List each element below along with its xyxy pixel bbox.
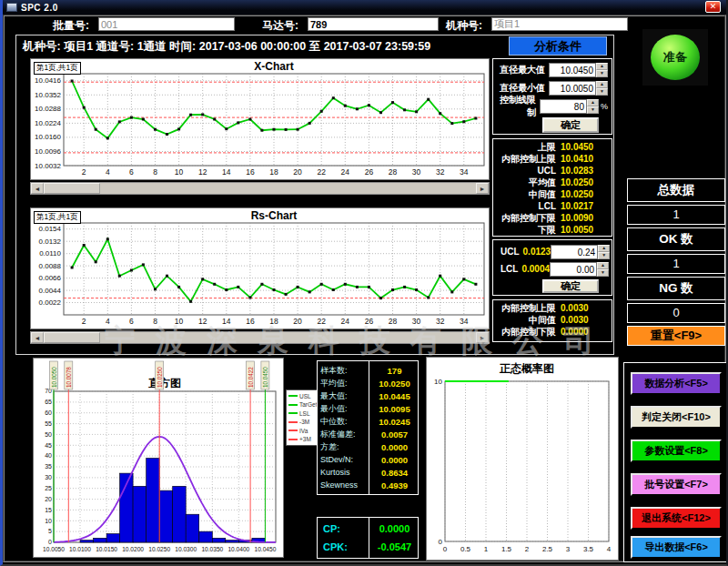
model-input[interactable] xyxy=(491,17,628,31)
xchart-limits-panel: 上限 10.0450 内部控制上限 10.0410 UCL 10.0283 平均… xyxy=(492,138,612,237)
svg-text:10.0416: 10.0416 xyxy=(35,76,61,85)
svg-text:16: 16 xyxy=(246,167,255,177)
app-icon xyxy=(6,3,17,12)
scroll-left-icon[interactable]: ◄ xyxy=(31,183,44,194)
spin-down-icon[interactable]: ▼ xyxy=(596,88,608,96)
diameter-confirm-button[interactable]: 确定 xyxy=(542,117,599,133)
svg-text:10.0400: 10.0400 xyxy=(228,546,249,552)
rs-lcl-label: LCL xyxy=(500,264,518,274)
limit-row: LCL 10.0217 xyxy=(497,200,608,212)
svg-text:0.0088: 0.0088 xyxy=(39,262,62,270)
dia-max-spinner[interactable]: 10.0450 ▲▼ xyxy=(549,63,608,77)
ng-count-value: 0 xyxy=(627,303,725,323)
svg-text:60: 60 xyxy=(45,409,52,416)
ctrl-limit-spinner[interactable]: 80 ▲▼ xyxy=(540,99,599,114)
batch-input[interactable] xyxy=(98,17,235,31)
exit-system-button[interactable]: 退出系统<F12> xyxy=(631,507,722,530)
svg-text:10.0450: 10.0450 xyxy=(262,367,268,388)
svg-text:14: 14 xyxy=(222,167,231,177)
rs-lcl-spinner[interactable]: 0.00 ▲▼ xyxy=(550,262,609,277)
param-settings-button[interactable]: 参数设置<F8> xyxy=(631,440,722,462)
ready-lamp-pad: 准备 xyxy=(642,29,708,86)
svg-text:4: 4 xyxy=(106,167,110,177)
spin-up-icon[interactable]: ▲ xyxy=(597,262,609,269)
diameter-params-panel: 直径最大值 10.0450 ▲▼ 直径最小值 10.0050 ▲▼ 控制线限制 … xyxy=(492,58,612,135)
rs-internal-row: 内部控制上限 0.0030 xyxy=(497,302,608,314)
scroll-right-icon[interactable]: ► xyxy=(476,183,489,194)
svg-text:10: 10 xyxy=(45,518,52,524)
svg-text:65: 65 xyxy=(45,399,52,405)
svg-text:0.0066: 0.0066 xyxy=(39,274,62,282)
spin-down-icon[interactable]: ▼ xyxy=(597,269,609,277)
svg-text:20: 20 xyxy=(293,167,302,177)
svg-text:16: 16 xyxy=(246,317,255,326)
ready-button[interactable]: 准备 xyxy=(651,35,700,80)
scrollbar-thumb[interactable] xyxy=(44,332,100,343)
rs-ucl-label: UCL xyxy=(500,247,520,257)
svg-text:22: 22 xyxy=(317,167,326,177)
rs-internal-row: 中间值 0.0030 xyxy=(497,314,608,326)
judge-close-button[interactable]: 判定关闭<F10> xyxy=(631,406,722,429)
svg-text:50: 50 xyxy=(45,431,52,438)
rs-confirm-button[interactable]: 确定 xyxy=(542,279,599,293)
dia-min-value[interactable]: 10.0050 xyxy=(549,81,596,96)
svg-text:1: 1 xyxy=(484,545,489,553)
svg-text:2: 2 xyxy=(82,167,86,177)
stat-row: 标准偏差: 0.0057 xyxy=(318,428,418,440)
svg-text:0: 0 xyxy=(439,538,443,546)
limit-row: 内部控制上限 10.0410 xyxy=(497,153,608,165)
svg-text:28: 28 xyxy=(389,317,398,326)
xchart-page: 第1页,共1页 24681012141618202224262830323410… xyxy=(30,58,490,180)
svg-text:X-Chart: X-Chart xyxy=(254,60,293,73)
svg-text:2.5: 2.5 xyxy=(542,545,553,553)
spin-down-icon[interactable]: ▼ xyxy=(587,106,599,114)
spin-up-icon[interactable]: ▲ xyxy=(596,63,608,70)
rschart-plot: 2468101214161820222426283032340.00220.00… xyxy=(31,208,489,329)
close-button[interactable]: ✕ xyxy=(705,1,721,13)
spin-down-icon[interactable]: ▼ xyxy=(596,70,608,77)
svg-text:10.0224: 10.0224 xyxy=(35,119,61,127)
ctrl-limit-label: 控制线限制 xyxy=(497,94,536,119)
data-analysis-button[interactable]: 数据分析<F5> xyxy=(631,372,722,395)
dia-max-value[interactable]: 10.0450 xyxy=(549,63,596,77)
ng-count-label: NG 数 xyxy=(627,277,725,300)
svg-text:正态概率图: 正态概率图 xyxy=(499,362,554,375)
dia-min-spinner[interactable]: 10.0050 ▲▼ xyxy=(549,81,608,96)
xchart-hscrollbar[interactable]: ◄ ► xyxy=(30,182,490,195)
spin-up-icon[interactable]: ▲ xyxy=(596,81,608,88)
reset-button[interactable]: 重置<F9> xyxy=(627,326,725,346)
rschart-hscrollbar[interactable]: ◄ ► xyxy=(30,331,490,344)
svg-text:2: 2 xyxy=(82,317,86,326)
svg-text:45: 45 xyxy=(45,442,52,449)
motor-input[interactable] xyxy=(308,17,439,31)
export-data-button[interactable]: 导出数据<F6> xyxy=(631,536,722,559)
action-buttons-panel: 数据分析<F5> 判定关闭<F10> 参数设置<F8> 批号设置<F7> 退出系… xyxy=(623,362,728,562)
ctrl-limit-value[interactable]: 80 xyxy=(540,99,587,114)
svg-text:10.0078: 10.0078 xyxy=(66,367,72,388)
scrollbar-thumb[interactable] xyxy=(44,183,100,194)
svg-text:0: 0 xyxy=(48,539,52,545)
svg-text:20: 20 xyxy=(45,496,52,502)
svg-text:3.5: 3.5 xyxy=(583,545,594,553)
scroll-left-icon[interactable]: ◄ xyxy=(31,332,44,343)
svg-text:34: 34 xyxy=(460,167,469,177)
batch-settings-button[interactable]: 批号设置<F7> xyxy=(631,473,722,496)
limit-row: UCL 10.0283 xyxy=(497,165,608,177)
svg-text:24: 24 xyxy=(341,167,350,177)
stat-row: Kurtosis 0.8634 xyxy=(318,466,418,479)
svg-text:0.0154: 0.0154 xyxy=(39,225,62,233)
svg-text:10: 10 xyxy=(175,317,184,326)
scroll-right-icon[interactable]: ► xyxy=(476,332,489,343)
svg-text:18: 18 xyxy=(269,167,278,177)
sample-stats-panel: 样本数: 179 平均值: 10.0250 最大值: 10.0445 最小值: … xyxy=(317,360,419,495)
spin-up-icon[interactable]: ▲ xyxy=(598,245,610,252)
svg-text:直方图: 直方图 xyxy=(148,377,181,389)
capability-panel: CP: 0.0000 CPK: -0.0547 xyxy=(317,517,419,559)
rs-ucl-spinner[interactable]: 0.24 ▲▼ xyxy=(551,245,610,259)
analyze-conditions-button[interactable]: 分析条件 xyxy=(509,36,607,56)
spin-down-icon[interactable]: ▼ xyxy=(598,252,610,259)
spin-up-icon[interactable]: ▲ xyxy=(587,99,599,106)
svg-text:10: 10 xyxy=(175,167,184,177)
svg-text:10.0050: 10.0050 xyxy=(51,367,57,388)
rschart-page-label: 第1页,共1页 xyxy=(34,211,81,224)
